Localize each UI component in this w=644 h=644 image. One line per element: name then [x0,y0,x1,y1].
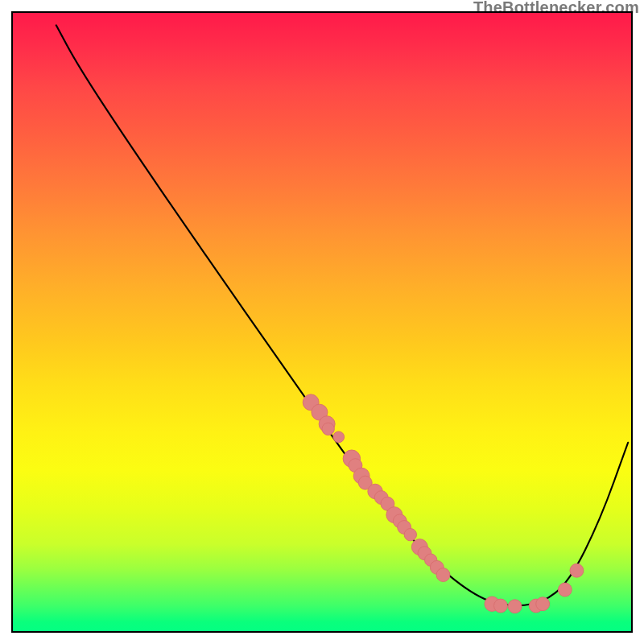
scatter-point [494,599,508,613]
scatter-point [436,568,450,582]
scatter-point [333,431,345,443]
scatter-point [558,583,572,597]
scatter-points [303,394,584,613]
scatter-point [322,423,334,435]
chart-wrap: TheBottlenecker.com [0,0,644,644]
scatter-point [404,529,416,541]
bottleneck-curve [56,25,628,605]
scatter-point [508,600,522,613]
scatter-point [536,597,550,611]
scatter-point [570,564,584,577]
chart-svg [13,13,631,631]
plot-area [11,11,633,633]
